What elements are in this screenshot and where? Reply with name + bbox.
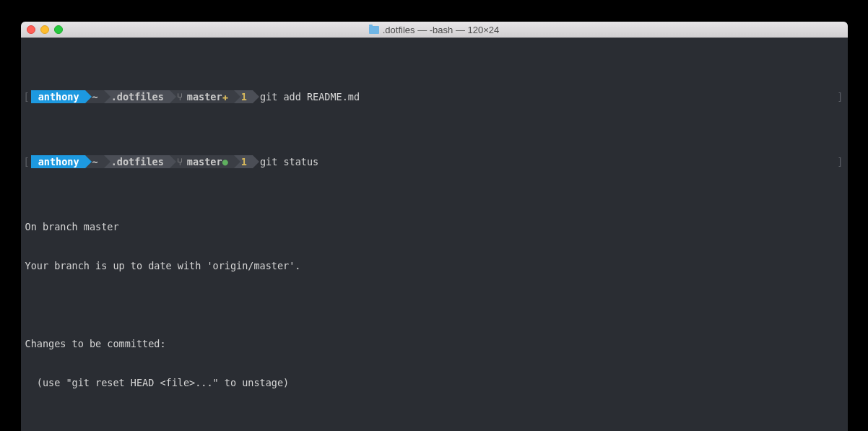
zoom-icon[interactable]	[54, 25, 63, 34]
output-line: Your branch is up to date with 'origin/m…	[22, 259, 846, 272]
seg-user: anthony	[31, 90, 85, 103]
bracket-right: ]	[318, 155, 846, 168]
seg-dir: .dotfiles	[104, 155, 170, 168]
bracket-right: ]	[360, 90, 846, 103]
prompt-line: [ anthony ~ .dotfiles ⑂master ● 1 git st…	[22, 155, 846, 168]
prompt-user: anthony	[38, 155, 79, 168]
output-line	[22, 415, 846, 428]
prompt-branch: master	[187, 155, 222, 168]
command-text: git status	[253, 155, 318, 168]
command-text: git add README.md	[253, 90, 360, 103]
prompt-dir: .dotfiles	[111, 155, 164, 168]
seg-user: anthony	[31, 155, 85, 168]
output-line: Changes to be committed:	[22, 337, 846, 350]
bracket-left: [	[22, 90, 31, 103]
terminal-window: .dotfiles — -bash — 120×24 [ anthony ~ .…	[21, 22, 848, 431]
window-title: .dotfiles — -bash — 120×24	[21, 25, 848, 35]
minimize-icon[interactable]	[40, 25, 49, 34]
terminal-body[interactable]: [ anthony ~ .dotfiles ⑂master ✚ 1 git ad…	[21, 38, 848, 431]
window-title-text: .dotfiles — -bash — 120×24	[383, 25, 500, 35]
prompt-home: ~	[92, 155, 98, 168]
prompt-user: anthony	[38, 90, 79, 103]
prompt-home: ~	[92, 90, 98, 103]
folder-icon	[369, 26, 379, 34]
branch-icon: ⑂	[177, 90, 183, 103]
titlebar[interactable]: .dotfiles — -bash — 120×24	[21, 22, 848, 38]
prompt-dir: .dotfiles	[111, 90, 164, 103]
close-icon[interactable]	[27, 25, 35, 34]
seg-dir: .dotfiles	[104, 90, 170, 103]
seg-branch: ⑂master ●	[170, 155, 234, 168]
prompt-line: [ anthony ~ .dotfiles ⑂master ✚ 1 git ad…	[22, 90, 846, 103]
prompt-count: 1	[241, 155, 247, 168]
window-controls	[27, 25, 63, 34]
bracket-left: [	[22, 155, 31, 168]
prompt-count: 1	[241, 90, 247, 103]
branch-icon: ⑂	[177, 155, 183, 168]
output-line: (use "git reset HEAD <file>..." to unsta…	[22, 376, 846, 389]
output-line: On branch master	[22, 220, 846, 233]
git-status-icon: ✚	[222, 90, 228, 103]
git-status-icon: ●	[222, 155, 228, 168]
seg-branch: ⑂master ✚	[170, 90, 234, 103]
output-line	[22, 298, 846, 311]
prompt-branch: master	[187, 90, 222, 103]
